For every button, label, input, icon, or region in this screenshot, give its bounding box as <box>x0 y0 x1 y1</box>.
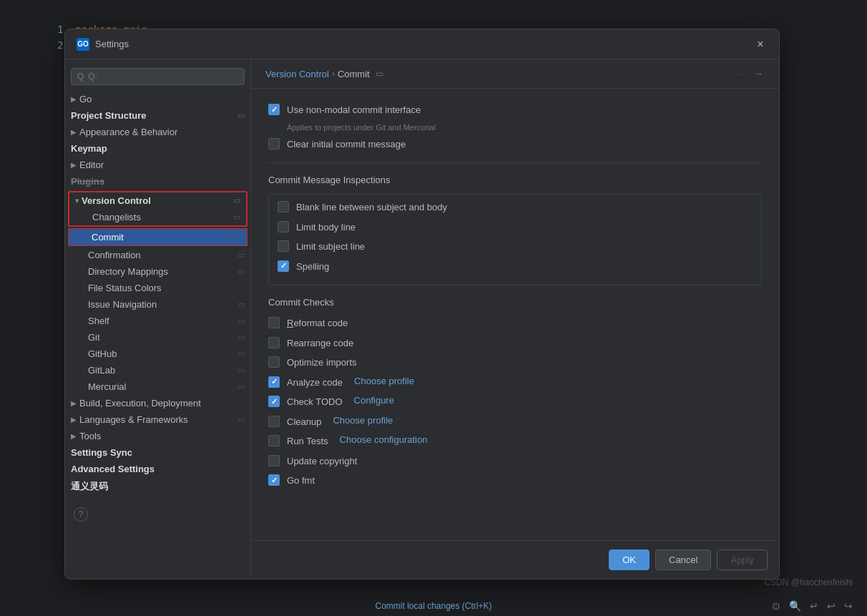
close-button[interactable]: × <box>753 37 768 52</box>
sidebar-item-tools[interactable]: ▶ Tools <box>65 428 250 444</box>
pin-icon: ▭ <box>237 316 245 326</box>
sidebar-item-project-structure[interactable]: Project Structure ▭ <box>65 107 250 124</box>
sidebar-item-custom[interactable]: 通义灵码 <box>65 477 250 496</box>
search-status-icon[interactable]: 🔍 <box>789 600 801 612</box>
pin-icon: ▭ <box>237 415 245 424</box>
pin-icon: ▭ <box>237 382 245 391</box>
cleanup-checkbox[interactable] <box>268 416 280 427</box>
nav-forward-button[interactable]: → <box>752 67 765 81</box>
pin-icon: ▭ <box>237 111 245 120</box>
check-run-tests: Run Tests Choose configuration <box>268 434 762 449</box>
sidebar-item-gitlab[interactable]: GitLab ▭ <box>65 362 250 378</box>
pin-icon: ▭ <box>234 233 241 242</box>
sidebar-item-appearance-behavior[interactable]: ▶ Appearance & Behavior <box>65 124 250 140</box>
sidebar-item-version-control[interactable]: ▾ Version Control ▭ <box>69 192 246 209</box>
sidebar-item-commit[interactable]: Commit ▭ <box>68 228 248 246</box>
settings-dialog: GO Settings × Q ▶ Go Project Structure ▭ <box>64 29 780 580</box>
breadcrumb-separator: › <box>332 69 335 79</box>
go-fmt-checkbox[interactable] <box>268 474 280 486</box>
pin-icon: ▭ <box>237 250 245 260</box>
chevron-right-icon: ▶ <box>71 432 77 440</box>
sidebar-item-issue-navigation[interactable]: Issue Navigation ▭ <box>65 296 250 313</box>
undo-icon[interactable]: ↩ <box>827 600 836 612</box>
breadcrumb-bar: Version Control › Commit ▭ ← → <box>251 59 779 89</box>
sidebar-item-directory-mappings[interactable]: Directory Mappings ▭ <box>65 263 250 280</box>
sidebar-item-go[interactable]: ▶ Go <box>65 91 250 107</box>
analyze-code-label: Analyze code <box>287 376 343 390</box>
sidebar-item-languages-frameworks[interactable]: ▶ Languages & Frameworks ▭ <box>65 411 250 428</box>
use-non-modal-sublabel: Applies to projects under Git and Mercur… <box>268 123 762 132</box>
inspections-section-title: Commit Message Inspections <box>268 175 762 185</box>
nav-back-button[interactable]: ← <box>736 67 749 81</box>
use-non-modal-checkbox[interactable] <box>268 104 280 115</box>
content-scroll: Use non-modal commit interface Applies t… <box>251 89 779 540</box>
check-go-fmt: Go fmt <box>268 474 762 488</box>
title-bar: GO Settings × <box>65 29 779 59</box>
pin-icon: ▭ <box>237 333 245 342</box>
run-tests-link[interactable]: Choose configuration <box>340 434 428 445</box>
sidebar-item-label: Issue Navigation <box>88 299 157 310</box>
sidebar-item-build-execution[interactable]: ▶ Build, Execution, Deployment <box>65 395 250 411</box>
sidebar-item-advanced-settings[interactable]: Advanced Settings <box>65 461 250 477</box>
update-copyright-checkbox[interactable] <box>268 455 280 466</box>
check-todo-checkbox[interactable] <box>268 396 280 407</box>
search-icon: Q <box>77 72 84 82</box>
blank-line-label: Blank line between subject and body <box>296 200 447 215</box>
redo-icon[interactable]: ↪ <box>844 600 853 612</box>
check-todo-label: Check TODO <box>287 395 343 409</box>
clear-initial-checkbox[interactable] <box>268 138 280 150</box>
reformat-code-checkbox[interactable] <box>268 317 280 328</box>
ok-button[interactable]: OK <box>609 549 650 570</box>
sidebar-item-label: Commit <box>92 232 124 243</box>
rearrange-code-checkbox[interactable] <box>268 337 280 348</box>
cancel-button[interactable]: Cancel <box>655 549 711 570</box>
spelling-checkbox[interactable] <box>278 260 289 272</box>
setting-use-non-modal: Use non-modal commit interface <box>268 103 762 117</box>
inspection-limit-body: Limit body line <box>278 220 753 235</box>
sidebar: Q ▶ Go Project Structure ▭ ▶ Appearance … <box>65 59 251 579</box>
limit-body-checkbox[interactable] <box>278 221 289 233</box>
check-todo: Check TODO Configure <box>268 395 762 409</box>
chevron-right-icon: ▶ <box>71 128 77 136</box>
sidebar-item-label: Shelf <box>88 316 109 326</box>
sidebar-item-confirmation[interactable]: Confirmation ▭ <box>65 247 250 263</box>
sidebar-item-shelf[interactable]: Shelf ▭ <box>65 313 250 329</box>
sidebar-item-git[interactable]: Git ▭ <box>65 329 250 346</box>
search-input[interactable] <box>88 72 238 82</box>
breadcrumb-pin-icon[interactable]: ▭ <box>376 69 383 79</box>
breadcrumb-parent[interactable]: Version Control <box>265 69 329 79</box>
chevron-down-icon: ▾ <box>75 197 79 205</box>
analyze-code-checkbox[interactable] <box>268 376 280 388</box>
sidebar-item-editor[interactable]: ▶ Editor <box>65 157 250 173</box>
check-todo-link[interactable]: Configure <box>354 395 394 406</box>
sidebar-item-github[interactable]: GitHub ▭ <box>65 346 250 362</box>
sidebar-item-keymap[interactable]: Keymap <box>65 140 250 157</box>
breadcrumb-current: Commit <box>338 69 370 79</box>
check-update-copyright: Update copyright <box>268 454 762 469</box>
status-bar-link[interactable]: Commit local changes (Ctrl+K) <box>375 601 491 611</box>
sidebar-item-file-status-colors[interactable]: File Status Colors <box>65 280 250 296</box>
clear-initial-label: Clear initial commit message <box>287 137 406 152</box>
sidebar-item-label: Git <box>88 332 100 343</box>
sidebar-item-mercurial[interactable]: Mercurial ▭ <box>65 378 250 395</box>
sidebar-item-label: Version Control <box>82 195 151 206</box>
arrow-icon[interactable]: ↵ <box>810 600 818 612</box>
inspections-box: Blank line between subject and body Limi… <box>268 194 762 285</box>
analyze-code-link[interactable]: Choose profile <box>354 376 414 386</box>
inspect-icon[interactable]: ⊙ <box>772 600 780 612</box>
sidebar-item-changelists[interactable]: Changelists ▭ <box>69 209 246 225</box>
sidebar-item-settings-sync[interactable]: Settings Sync <box>65 444 250 461</box>
limit-subject-checkbox[interactable] <box>278 240 289 252</box>
run-tests-checkbox[interactable] <box>268 435 280 446</box>
sidebar-item-plugins[interactable]: Plugins <box>65 173 250 190</box>
search-box[interactable]: Q <box>71 68 245 85</box>
help-button[interactable]: ? <box>74 507 88 522</box>
sidebar-item-label: Confirmation <box>88 250 141 260</box>
cleanup-link[interactable]: Choose profile <box>333 415 393 426</box>
optimize-imports-checkbox[interactable] <box>268 356 280 368</box>
check-rearrange-code: Rearrange code <box>268 336 762 351</box>
sidebar-item-label: Build, Execution, Deployment <box>79 398 201 409</box>
blank-line-checkbox[interactable] <box>278 201 289 212</box>
apply-button[interactable]: Apply <box>717 549 768 570</box>
spelling-label: Spelling <box>296 260 329 274</box>
